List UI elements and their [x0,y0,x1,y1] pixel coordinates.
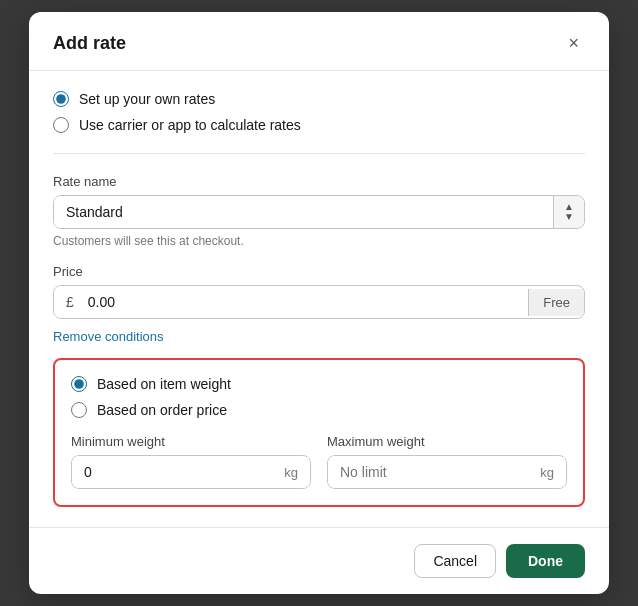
price-input[interactable] [84,286,528,318]
modal-body: Set up your own rates Use carrier or app… [29,71,609,527]
rate-name-helper: Customers will see this at checkout. [53,234,585,248]
price-input-wrapper: £ Free [53,285,585,319]
rate-option-own-radio[interactable] [53,91,69,107]
close-button[interactable]: × [562,32,585,54]
rate-option-carrier[interactable]: Use carrier or app to calculate rates [53,117,585,133]
weight-inputs-row: Minimum weight kg Maximum weight kg [71,434,567,489]
free-badge: Free [528,289,584,316]
rate-option-carrier-label: Use carrier or app to calculate rates [79,117,301,133]
min-weight-unit: kg [272,457,310,488]
rate-name-input[interactable] [54,196,553,228]
max-weight-input[interactable] [328,456,528,488]
condition-price-label: Based on order price [97,402,227,418]
done-button[interactable]: Done [506,544,585,578]
rate-type-radio-group: Set up your own rates Use carrier or app… [53,91,585,133]
rate-option-carrier-radio[interactable] [53,117,69,133]
rate-option-own[interactable]: Set up your own rates [53,91,585,107]
condition-weight[interactable]: Based on item weight [71,376,567,392]
rate-name-section: Rate name ▲ ▼ Customers will see this at… [53,174,585,248]
rate-name-label: Rate name [53,174,585,189]
cancel-button[interactable]: Cancel [414,544,496,578]
max-weight-label: Maximum weight [327,434,567,449]
condition-weight-label: Based on item weight [97,376,231,392]
modal-header: Add rate × [29,12,609,70]
rate-name-input-wrapper: ▲ ▼ [53,195,585,229]
modal-overlay: Add rate × Set up your own rates Use car… [0,0,638,606]
conditions-radio-group: Based on item weight Based on order pric… [71,376,567,418]
condition-price[interactable]: Based on order price [71,402,567,418]
currency-symbol: £ [54,286,84,318]
modal: Add rate × Set up your own rates Use car… [29,12,609,594]
condition-price-radio[interactable] [71,402,87,418]
chevron-down-icon: ▼ [564,212,574,222]
rate-option-own-label: Set up your own rates [79,91,215,107]
condition-weight-radio[interactable] [71,376,87,392]
modal-footer: Cancel Done [29,527,609,594]
price-label: Price [53,264,585,279]
price-section: Price £ Free [53,264,585,319]
max-weight-unit: kg [528,457,566,488]
max-weight-col: Maximum weight kg [327,434,567,489]
rate-name-sort-button[interactable]: ▲ ▼ [553,196,584,228]
min-weight-input[interactable] [72,456,272,488]
max-weight-input-wrapper: kg [327,455,567,489]
min-weight-col: Minimum weight kg [71,434,311,489]
modal-title: Add rate [53,33,126,54]
conditions-box: Based on item weight Based on order pric… [53,358,585,507]
rate-name-input-row: ▲ ▼ [53,195,585,229]
min-weight-input-wrapper: kg [71,455,311,489]
min-weight-label: Minimum weight [71,434,311,449]
section-divider [53,153,585,154]
remove-conditions-link[interactable]: Remove conditions [53,329,164,344]
